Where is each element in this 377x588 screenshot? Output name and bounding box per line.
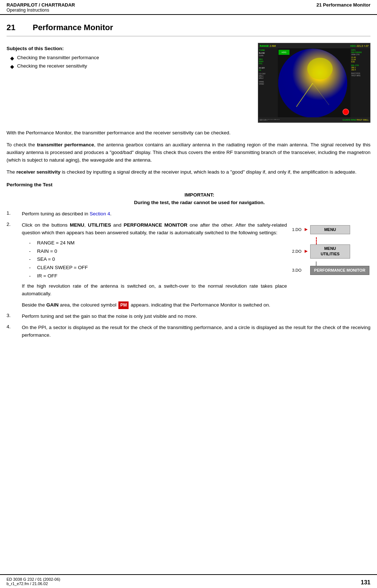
- radar-screen: RANGE 2-NM HDG 221.3 +.07 TUNE BLANK GAI…: [258, 43, 370, 123]
- step-2-pm-para: Beside the GAIN area, the coloured symbo…: [22, 301, 287, 309]
- radar-bottom-bar: ED 3.8 / * * * * *** * * GUARD RING TRGT…: [258, 117, 370, 122]
- step-2-num: 2.: [7, 222, 15, 309]
- diagram-step-1: 1.DO ► MENU: [291, 225, 370, 234]
- diagram-box-menu: MENU: [310, 225, 350, 234]
- header-left: RADARPILOT / CHARTRADAR Operating Instru…: [7, 2, 75, 13]
- radar-right-panel: OP1 NAV RANGE VRM CTR 21.40 11.04 8.83 E…: [350, 48, 370, 117]
- product-title: RADARPILOT / CHARTRADAR: [7, 2, 75, 8]
- step-3: 3. Perform tuning and set the gain so th…: [7, 313, 370, 320]
- page-header: RADARPILOT / CHARTRADAR Operating Instru…: [0, 0, 377, 15]
- page-number: 131: [361, 579, 370, 586]
- product-subtitle: Operating Instructions: [7, 8, 75, 13]
- setting-rain: -RAIN = 0: [29, 247, 287, 256]
- radar-top-bar: RANGE 2-NM HDG 221.3 +.07: [258, 43, 370, 48]
- setting-ir: -IR = OFF: [29, 272, 287, 280]
- setting-cleansweep: -CLEAN SWEEP = OFF: [29, 264, 287, 272]
- radar-circle-red: [342, 109, 349, 115]
- performing-test-heading: Performing the Test: [7, 182, 370, 187]
- setting-sea: -SEA = 0: [29, 255, 287, 264]
- bold-transmitter: transmitter performance: [37, 142, 94, 147]
- important-box: IMPORTANT: During the test, the radar ca…: [28, 191, 370, 207]
- footer-edition: ED 3038 G 232 / 01 (2002-06): [7, 577, 60, 581]
- step-1-content: Perform tuning as described in Section 4…: [22, 210, 370, 218]
- step-3-num: 3.: [7, 313, 15, 320]
- diagram-box-performance: PERFORMANCE MONITOR: [310, 266, 369, 275]
- radar-circle: [278, 49, 347, 118]
- radar-screenshot: RANGE 2-NM HDG 221.3 +.07 TUNE BLANK GAI…: [258, 43, 370, 123]
- bullet-item-1: ◆ Checking the transmitter performance: [7, 55, 251, 61]
- step-2-intro: Click on the buttons MENU, UTILITIES and…: [22, 222, 287, 237]
- diagram-step-3: 3.DO ► PERFORMANCE MONITOR: [291, 266, 370, 275]
- step-2-text: Click on the buttons MENU, UTILITIES and…: [22, 222, 287, 309]
- step-2: 2. Click on the buttons MENU, UTILITIES …: [7, 222, 370, 309]
- chapter-title-row: 21 Performance Monitor: [7, 15, 370, 36]
- pm-badge: PM: [118, 301, 129, 309]
- page-footer: ED 3038 G 232 / 01 (2002-06) b_r1_e72.fm…: [0, 574, 377, 588]
- svg-line-1: [296, 83, 313, 107]
- footer-file: b_r1_e72.fm / 21.06.02: [7, 581, 60, 586]
- menu-diagram: 1.DO ► MENU 2.DO ►: [291, 222, 370, 281]
- step-3-content: Perform tuning and set the gain so that …: [22, 313, 370, 320]
- subjects-title: Subjects of this Section:: [7, 46, 251, 51]
- chapter-number: 21: [7, 23, 21, 32]
- setting-range: -RANGE = 24 NM: [29, 239, 287, 247]
- bold-receiver: receiver sensitivity: [16, 169, 61, 175]
- diagram-arrow-1: ►: [304, 226, 309, 234]
- main-content: 21 Performance Monitor Subjects of this …: [0, 15, 377, 339]
- step-2-content: Click on the buttons MENU, UTILITIES and…: [22, 222, 370, 309]
- diagram-step-1-label: 1.DO: [291, 227, 301, 233]
- menu-diagram-inner: 1.DO ► MENU 2.DO ►: [291, 222, 370, 281]
- important-label: IMPORTANT:: [28, 191, 370, 199]
- body-para-2: To check the transmitter performance, th…: [7, 141, 370, 164]
- svg-point-0: [307, 58, 333, 80]
- step-2-inner: Click on the buttons MENU, UTILITIES and…: [22, 222, 370, 309]
- important-text: During the test, the radar cannot be use…: [28, 199, 370, 207]
- bullet-diamond-2: ◆: [10, 64, 14, 69]
- diagram-step-3-label: 3.DO: [291, 267, 301, 273]
- radar-left-panel: TUNE BLANK GAIN SEA RAIN FTC IR OFF HL C…: [258, 48, 278, 117]
- step-2-post-settings: If the high revolution rate of the anten…: [22, 283, 287, 298]
- bullet-item-2: ◆ Checking the receiver sensitivity: [7, 63, 251, 69]
- body-para-3: The receiver sensitivity is checked by i…: [7, 169, 370, 176]
- svg-line-2: [313, 83, 329, 105]
- bullet-text-1: Checking the transmitter performance: [17, 55, 99, 60]
- diagram-step-2-label: 2.DO: [291, 248, 301, 255]
- diagram-arrow-2: ►: [304, 247, 309, 255]
- step-4-num: 4.: [7, 324, 15, 339]
- body-para-1: With the Performance Monitor, the transm…: [7, 129, 370, 137]
- section-4-link[interactable]: Section 4: [90, 211, 110, 216]
- header-right: 21 Performance Monitor: [316, 2, 370, 8]
- dashed-connector-1: [291, 237, 370, 244]
- footer-left: ED 3038 G 232 / 01 (2002-06) b_r1_e72.fm…: [7, 577, 60, 586]
- bullet-text-2: Checking the receiver sensitivity: [17, 63, 87, 69]
- step-1: 1. Perform tuning as described in Sectio…: [7, 210, 370, 218]
- step-4: 4. On the PPI, a sector is displayed as …: [7, 324, 370, 339]
- bullet-diamond-1: ◆: [10, 55, 14, 61]
- diagram-box-utilities: MENUUTILITIES: [310, 244, 350, 259]
- radar-green-box: HDG: [279, 50, 289, 55]
- intro-section: Subjects of this Section: ◆ Checking the…: [7, 43, 370, 123]
- connector-2: [291, 261, 370, 266]
- settings-list: -RANGE = 24 NM -RAIN = 0 -SEA = 0 -CLEAN…: [29, 239, 287, 281]
- intro-text: Subjects of this Section: ◆ Checking the…: [7, 43, 251, 123]
- step-4-content: On the PPI, a sector is displayed as the…: [22, 324, 370, 339]
- step-1-num: 1.: [7, 210, 15, 218]
- diagram-step-2: 2.DO ► MENUUTILITIES: [291, 244, 370, 259]
- chapter-name: Performance Monitor: [33, 23, 113, 32]
- chapter-header-title: 21 Performance Monitor: [316, 2, 370, 8]
